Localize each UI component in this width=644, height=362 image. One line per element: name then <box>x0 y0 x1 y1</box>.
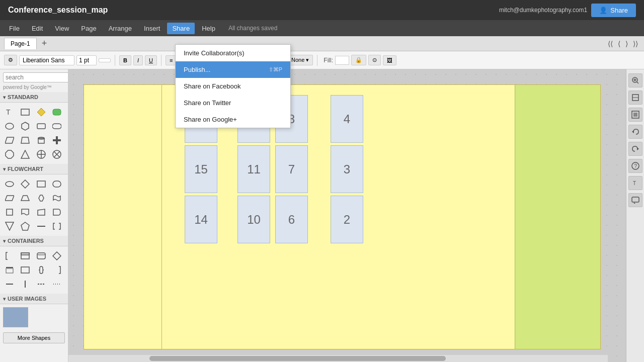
fc-triangle-down[interactable] <box>3 220 16 233</box>
menu-page[interactable]: Page <box>76 23 101 34</box>
cont-diamond-container[interactable] <box>50 249 63 262</box>
diamond-shape[interactable] <box>35 106 48 119</box>
fc-manual[interactable] <box>35 206 48 219</box>
canvas-area[interactable]: 16 15 14 12 11 10 8 7 6 4 3 2 <box>68 69 626 362</box>
menu-share[interactable]: Share <box>167 23 195 34</box>
menu-edit[interactable]: Edit <box>27 23 48 34</box>
fc-rect2[interactable] <box>3 206 16 219</box>
triangle-up-shape[interactable] <box>19 148 32 161</box>
text-shape[interactable]: T <box>3 106 16 119</box>
manage-images-button[interactable]: More Shapes <box>3 332 65 343</box>
fit-page-button[interactable] <box>628 90 642 105</box>
seat-14[interactable]: 14 <box>185 196 217 243</box>
section-containers[interactable]: ▾ CONTAINERS <box>0 236 68 246</box>
fc-rounded[interactable] <box>50 177 63 191</box>
seat-10[interactable]: 10 <box>237 196 270 243</box>
seat-2[interactable]: 2 <box>331 196 363 243</box>
actual-size-button[interactable] <box>628 108 642 122</box>
fc-rect[interactable] <box>35 177 48 191</box>
publish-item[interactable]: Publish... ⇧⌘P <box>176 61 290 78</box>
fill-style[interactable]: ⊙ <box>368 55 381 65</box>
fc-trapezoid[interactable] <box>19 192 32 205</box>
comment-button[interactable] <box>628 193 642 207</box>
page-tab[interactable]: Page-1 <box>4 38 37 49</box>
cont-dash-line[interactable] <box>35 278 48 291</box>
fc-delay[interactable] <box>50 206 63 219</box>
seat-11[interactable]: 11 <box>237 145 270 193</box>
underline-button[interactable]: U <box>145 55 157 65</box>
share-button[interactable]: 👤 Share <box>591 4 636 17</box>
color-swatch[interactable] <box>99 58 111 62</box>
page-nav-last[interactable]: ⟩⟩ <box>631 40 640 48</box>
seat-3[interactable]: 3 <box>331 145 363 193</box>
fill-swatch[interactable] <box>335 56 349 65</box>
horizontal-scrollbar[interactable] <box>68 355 608 362</box>
trapezoid-shape[interactable] <box>19 134 32 147</box>
fc-parallelogram[interactable] <box>3 192 16 205</box>
rounded-rect2-shape[interactable] <box>35 120 48 133</box>
circle-x-shape[interactable] <box>50 148 63 161</box>
seat-6[interactable]: 6 <box>275 196 308 243</box>
rounded-rect-shape[interactable] <box>50 106 63 119</box>
scrollbar-thumb[interactable] <box>149 356 446 361</box>
invite-collaborators-item[interactable]: Invite Collaborator(s) <box>176 45 290 61</box>
zoom-fit[interactable]: None ▾ <box>287 55 313 65</box>
bold-button[interactable]: B <box>119 55 131 65</box>
cylinder-shape[interactable] <box>35 134 48 147</box>
font-size-input[interactable] <box>76 55 97 65</box>
section-flowchart[interactable]: ▾ FLOWCHART <box>0 164 68 174</box>
cross-shape[interactable] <box>50 134 63 147</box>
cont-vertical-line[interactable] <box>19 278 32 291</box>
undo-button[interactable] <box>628 125 642 139</box>
seat-4[interactable]: 4 <box>331 95 363 143</box>
seat-15[interactable]: 15 <box>185 145 217 193</box>
ellipse-shape[interactable] <box>3 120 16 133</box>
cont-bracket-right[interactable] <box>50 263 63 277</box>
search-input[interactable] <box>3 72 68 82</box>
cont-line-top[interactable] <box>3 263 16 277</box>
share-googleplus-item[interactable]: Share on Google+ <box>176 111 290 128</box>
seat-7[interactable]: 7 <box>275 145 308 193</box>
section-standard[interactable]: ▾ STANDARD <box>0 92 68 103</box>
add-page-button[interactable]: + <box>39 38 50 49</box>
cont-rect-open[interactable] <box>19 263 32 277</box>
page-nav-prev[interactable]: ⟨ <box>616 40 622 48</box>
fc-start[interactable] <box>3 177 16 191</box>
fc-doc[interactable] <box>19 206 32 219</box>
fc-diamond[interactable] <box>19 177 32 191</box>
fc-bracket[interactable] <box>50 220 63 233</box>
cont-horizontal-line[interactable] <box>3 278 16 291</box>
parallelogram-shape[interactable] <box>3 134 16 147</box>
user-image-thumb[interactable] <box>3 307 28 327</box>
rectangle-shape[interactable] <box>19 106 32 119</box>
menu-arrange[interactable]: Arrange <box>104 23 137 34</box>
help-button[interactable]: ? <box>628 159 642 173</box>
circle-cross-shape[interactable] <box>35 148 48 161</box>
cont-rounded-container[interactable] <box>35 249 48 262</box>
menu-file[interactable]: File <box>4 23 25 34</box>
fc-hexagon[interactable] <box>35 192 48 205</box>
fc-line[interactable] <box>35 220 48 233</box>
section-user-images[interactable]: ▾ USER IMAGES <box>0 294 68 304</box>
toolbar-settings[interactable]: ⚙ <box>4 55 17 65</box>
redo-button[interactable] <box>628 142 642 156</box>
fill-image[interactable]: 🖼 <box>383 55 396 65</box>
oval-shape[interactable] <box>50 120 63 133</box>
italic-button[interactable]: I <box>133 55 143 65</box>
menu-help[interactable]: Help <box>197 23 220 34</box>
share-twitter-item[interactable]: Share on Twitter <box>176 95 290 111</box>
cont-rect-container[interactable] <box>19 249 32 262</box>
font-selector[interactable] <box>19 55 74 65</box>
fc-wave[interactable] <box>50 192 63 205</box>
octagon-shape[interactable] <box>3 148 16 161</box>
share-facebook-item[interactable]: Share on Facebook <box>176 78 290 95</box>
cont-bracket-left[interactable] <box>3 249 16 262</box>
cont-short-dash[interactable] <box>50 278 63 291</box>
menu-insert[interactable]: Insert <box>139 23 166 34</box>
cont-curly[interactable] <box>35 263 48 277</box>
format-button[interactable]: T <box>628 176 642 190</box>
hexagon-shape[interactable] <box>19 120 32 133</box>
fc-pentagon[interactable] <box>19 220 32 233</box>
page-nav-next[interactable]: ⟩ <box>623 40 630 48</box>
page-nav-first[interactable]: ⟨⟨ <box>606 40 615 48</box>
